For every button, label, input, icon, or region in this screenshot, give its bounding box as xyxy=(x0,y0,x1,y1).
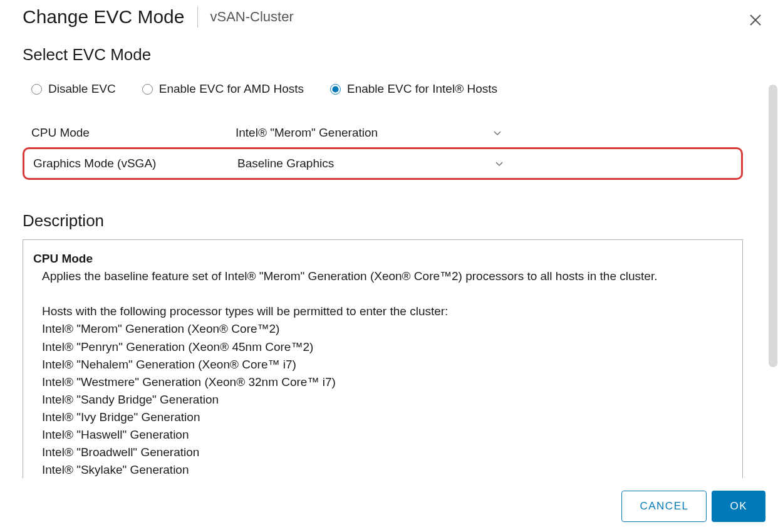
radio-disable-evc-input[interactable] xyxy=(31,84,42,95)
radio-disable-evc-label: Disable EVC xyxy=(48,82,116,96)
content-area: Select EVC Mode Disable EVC Enable EVC f… xyxy=(23,45,755,478)
cpu-mode-value: Intel® "Merom" Generation xyxy=(236,126,378,140)
graphics-mode-value: Baseline Graphics xyxy=(237,157,334,170)
description-heading: Description xyxy=(23,211,743,231)
dialog-body: Select EVC Mode Disable EVC Enable EVC f… xyxy=(0,33,778,478)
cpu-mode-select[interactable]: Intel® "Merom" Generation xyxy=(236,126,501,140)
graphics-mode-label: Graphics Mode (vSGA) xyxy=(33,157,237,170)
chevron-down-icon xyxy=(495,159,503,169)
radio-disable-evc[interactable]: Disable EVC xyxy=(31,82,116,96)
close-icon xyxy=(749,13,762,27)
radio-enable-intel-input[interactable] xyxy=(330,84,341,95)
radio-enable-amd-label: Enable EVC for AMD Hosts xyxy=(159,82,304,96)
radio-enable-intel[interactable]: Enable EVC for Intel® Hosts xyxy=(330,82,497,96)
description-panel: CPU Mode Applies the baseline feature se… xyxy=(23,239,743,478)
cpu-mode-row: CPU Mode Intel® "Merom" Generation xyxy=(23,118,743,147)
scrollbar[interactable] xyxy=(769,85,777,367)
radio-enable-amd-input[interactable] xyxy=(142,84,153,95)
graphics-mode-row: Graphics Mode (vSGA) Baseline Graphics xyxy=(23,147,743,180)
description-subheading: CPU Mode xyxy=(33,250,732,268)
cancel-button[interactable]: CANCEL xyxy=(621,491,707,522)
dialog-subtitle: vSAN-Cluster xyxy=(210,9,294,25)
close-button[interactable] xyxy=(747,11,764,29)
change-evc-dialog: Change EVC Mode vSAN-Cluster Select EVC … xyxy=(0,0,778,532)
select-mode-heading: Select EVC Mode xyxy=(23,45,743,65)
cpu-mode-label: CPU Mode xyxy=(31,126,236,140)
evc-radio-group: Disable EVC Enable EVC for AMD Hosts Ena… xyxy=(23,82,743,96)
radio-enable-intel-label: Enable EVC for Intel® Hosts xyxy=(347,82,497,96)
description-text: Applies the baseline feature set of Inte… xyxy=(33,268,732,478)
chevron-down-icon xyxy=(494,128,501,138)
title-divider xyxy=(197,6,198,28)
graphics-mode-select[interactable]: Baseline Graphics xyxy=(237,157,503,170)
ok-button[interactable]: OK xyxy=(712,491,765,522)
dialog-header: Change EVC Mode vSAN-Cluster xyxy=(0,0,778,33)
radio-enable-amd[interactable]: Enable EVC for AMD Hosts xyxy=(142,82,304,96)
dialog-title: Change EVC Mode xyxy=(23,6,185,28)
dialog-footer: CANCEL OK xyxy=(0,478,778,532)
